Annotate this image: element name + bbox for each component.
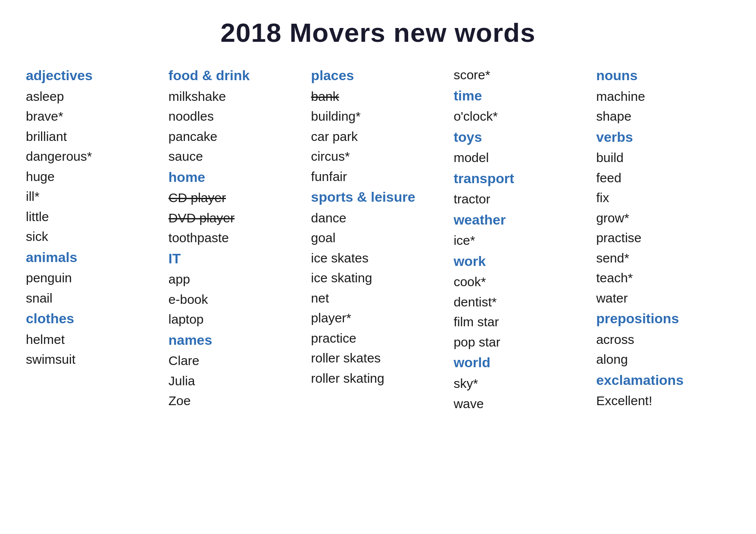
word-item: sauce	[169, 147, 303, 167]
word-item: film star	[453, 312, 587, 332]
word-item: roller skating	[311, 368, 445, 389]
category-label: adjectives	[26, 65, 160, 87]
word-item: dangerous*	[26, 147, 160, 167]
word-item: milkshake	[169, 87, 303, 107]
word-item: swimsuit	[26, 350, 160, 370]
category-label: exclamations	[596, 370, 730, 391]
word-item: circus*	[311, 147, 445, 167]
word-item: Excellent!	[596, 391, 730, 411]
word-item: along	[596, 350, 730, 370]
word-item: little	[26, 207, 160, 227]
category-label: weather	[453, 209, 587, 231]
word-item: cook*	[453, 272, 587, 292]
word-item: pancake	[169, 127, 303, 147]
category-label: IT	[169, 248, 303, 270]
word-item: brilliant	[26, 127, 160, 147]
word-item: building*	[311, 106, 445, 127]
word-item: brave*	[26, 106, 160, 127]
word-item: Clare	[169, 351, 303, 371]
word-item: sky*	[453, 374, 587, 394]
category-label: clothes	[26, 308, 160, 330]
word-item: huge	[26, 167, 160, 187]
word-item: wave	[453, 394, 587, 414]
word-item: toothpaste	[169, 228, 303, 248]
word-item: model	[453, 148, 587, 168]
word-item: CD player	[169, 188, 303, 208]
word-item: shape	[596, 106, 730, 127]
word-item: helmet	[26, 330, 160, 350]
word-item: build	[596, 148, 730, 168]
word-item: e-book	[169, 290, 303, 310]
category-label: sports & leisure	[311, 187, 445, 208]
word-item: Julia	[169, 371, 303, 391]
word-item: funfair	[311, 167, 445, 187]
word-item: tractor	[453, 189, 587, 209]
category-label: time	[453, 85, 587, 107]
word-grid: adjectivesasleepbrave*brilliantdangerous…	[26, 65, 730, 414]
word-item: ice skates	[311, 248, 445, 269]
word-item: sick	[26, 227, 160, 247]
word-item: ill*	[26, 187, 160, 207]
category-label: places	[311, 65, 445, 87]
word-item: practise	[596, 228, 730, 248]
word-item: snail	[26, 288, 160, 309]
word-item: ice*	[453, 231, 587, 251]
word-item: asleep	[26, 87, 160, 107]
word-item: goal	[311, 228, 445, 248]
word-item: score*	[453, 65, 587, 85]
word-item: across	[596, 330, 730, 350]
word-item: practice	[311, 328, 445, 349]
word-item: bank	[311, 87, 445, 107]
page-title: 2018 Movers new words	[26, 17, 730, 48]
word-item: fix	[596, 188, 730, 208]
word-item: o'clock*	[453, 106, 587, 127]
category-label: world	[453, 352, 587, 374]
word-item: grow*	[596, 208, 730, 228]
category-label: food & drink	[169, 65, 303, 87]
word-item: app	[169, 269, 303, 290]
word-item: Zoe	[169, 391, 303, 411]
col3: placesbankbuilding*car parkcircus*funfai…	[311, 65, 445, 414]
col2: food & drinkmilkshakenoodlespancakesauce…	[169, 65, 303, 414]
word-item: ice skating	[311, 268, 445, 288]
category-label: prepositions	[596, 308, 730, 330]
word-item: dance	[311, 208, 445, 228]
word-item: noodles	[169, 106, 303, 127]
word-item: DVD player	[169, 208, 303, 228]
word-item: feed	[596, 168, 730, 188]
word-item: teach*	[596, 268, 730, 288]
category-label: toys	[453, 127, 587, 148]
category-label: nouns	[596, 65, 730, 87]
word-item: net	[311, 288, 445, 309]
word-item: laptop	[169, 309, 303, 330]
word-item: roller skates	[311, 348, 445, 368]
category-label: home	[169, 167, 303, 188]
word-item: penguin	[26, 268, 160, 288]
category-label: verbs	[596, 127, 730, 148]
category-label: work	[453, 251, 587, 272]
word-item: water	[596, 288, 730, 309]
word-item: pop star	[453, 332, 587, 353]
category-label: names	[169, 330, 303, 351]
word-item: player*	[311, 308, 445, 328]
col4: score*timeo'clock*toysmodeltransporttrac…	[453, 65, 587, 414]
category-label: transport	[453, 168, 587, 190]
category-label: animals	[26, 247, 160, 269]
word-item: machine	[596, 87, 730, 107]
word-item: send*	[596, 248, 730, 269]
word-item: car park	[311, 127, 445, 147]
col1: adjectivesasleepbrave*brilliantdangerous…	[26, 65, 160, 414]
col5: nounsmachineshapeverbsbuildfeedfixgrow*p…	[596, 65, 730, 414]
word-item: dentist*	[453, 292, 587, 312]
